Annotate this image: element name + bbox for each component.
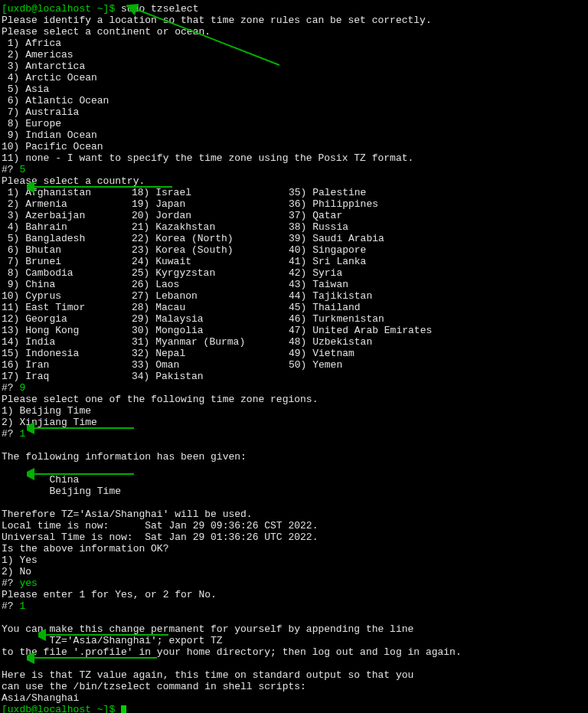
- list-item: 6) Bhutan: [2, 244, 132, 256]
- list-item: 11) East Timor: [2, 302, 132, 313]
- list-item: 42) Syria: [289, 267, 432, 279]
- list-item: 13) Hong Kong: [2, 325, 132, 336]
- list-item: 10) Pacific Ocean: [2, 141, 586, 152]
- list-item: 2) Americas: [2, 49, 586, 61]
- list-item: 44) Tajikistan: [289, 290, 432, 302]
- output-text: Therefore TZ='Asia/Shanghai' will be use…: [2, 509, 586, 520]
- list-item: 8) Europe: [2, 118, 586, 129]
- list-item: 46) Turkmenistan: [289, 313, 432, 325]
- list-item: 21) Kazakhstan: [132, 221, 289, 233]
- shell-prompt: [uxdb@localhost ~]$: [2, 704, 121, 713]
- list-item: 26) Laos: [132, 279, 289, 290]
- list-item: 3) Azerbaijan: [2, 210, 132, 221]
- input-prompt: #?: [2, 428, 19, 440]
- output-text: China: [2, 474, 586, 486]
- list-item: 1) Afghanistan: [2, 187, 132, 198]
- list-item: 24) Kuwait: [132, 256, 289, 267]
- list-item: 5) Bangladesh: [2, 233, 132, 244]
- output-text: The following information has been given…: [2, 451, 586, 463]
- list-item: 1) Africa: [2, 38, 586, 49]
- list-item: 16) Iran: [2, 359, 132, 371]
- output-text: to the file '.profile' in your home dire…: [2, 646, 586, 658]
- list-item: 4) Arctic Ocean: [2, 72, 586, 83]
- list-item: 34) Pakistan: [132, 371, 289, 382]
- list-item: 35) Palestine: [289, 187, 432, 198]
- list-item: 4) Bahrain: [2, 221, 132, 233]
- output-text: Here is that TZ value again, this time o…: [2, 669, 586, 681]
- command-text: sudo tzselect: [121, 3, 198, 15]
- output-text: Please select a continent or ocean.: [2, 26, 586, 38]
- list-item: 7) Australia: [2, 106, 586, 118]
- list-item: 6) Atlantic Ocean: [2, 95, 586, 106]
- list-item: 22) Korea (North): [132, 233, 289, 244]
- output-text: Please identify a location so that time …: [2, 15, 586, 26]
- list-item: 45) Thailand: [289, 302, 432, 313]
- list-item: 37) Qatar: [289, 210, 432, 221]
- list-item: 27) Lebanon: [132, 290, 289, 302]
- list-item: 47) United Arab Emirates: [289, 325, 432, 336]
- input-prompt: #?: [2, 382, 19, 394]
- list-item: 3) Antarctica: [2, 61, 586, 72]
- list-item: 31) Myanmar (Burma): [132, 336, 289, 348]
- list-item: 9) Indian Ocean: [2, 129, 586, 141]
- list-item: 19) Japan: [132, 198, 289, 210]
- list-item: 38) Russia: [289, 221, 432, 233]
- output-text: Universal Time is now: Sat Jan 29 01:36:…: [2, 531, 586, 543]
- output-text: Asia/Shanghai: [2, 692, 586, 704]
- list-item: 23) Korea (South): [132, 244, 289, 256]
- list-item: 18) Israel: [132, 187, 289, 198]
- list-item: 32) Nepal: [132, 348, 289, 359]
- list-item: 36) Philippines: [289, 198, 432, 210]
- output-text: Please enter 1 for Yes, or 2 for No.: [2, 589, 586, 600]
- list-item: 7) Brunei: [2, 256, 132, 267]
- list-item: 20) Jordan: [132, 210, 289, 221]
- output-text: can use the /bin/tzselect command in she…: [2, 681, 586, 692]
- list-item: 10) Cyprus: [2, 290, 132, 302]
- list-item: 28) Macau: [132, 302, 289, 313]
- list-item: 1) Yes: [2, 554, 586, 566]
- list-item: 40) Singapore: [289, 244, 432, 256]
- list-item: 1) Beijing Time: [2, 405, 586, 417]
- output-text: TZ='Asia/Shanghai'; export TZ: [2, 635, 586, 646]
- list-item: 48) Uzbekistan: [289, 336, 432, 348]
- output-text: Local time is now: Sat Jan 29 09:36:26 C…: [2, 520, 586, 531]
- list-item: 41) Sri Lanka: [289, 256, 432, 267]
- user-input: yes: [19, 577, 37, 589]
- list-item: 9) China: [2, 279, 132, 290]
- user-input: 9: [19, 382, 25, 394]
- list-item: 33) Oman: [132, 359, 289, 371]
- list-item: 12) Georgia: [2, 313, 132, 325]
- list-item: 43) Taiwan: [289, 279, 432, 290]
- input-prompt: #?: [2, 600, 19, 612]
- output-text: Please select a country.: [2, 175, 586, 187]
- user-input: 1: [19, 428, 25, 440]
- output-text: Is the above information OK?: [2, 543, 586, 554]
- list-item: 2) No: [2, 566, 586, 577]
- list-item: 39) Saudi Arabia: [289, 233, 432, 244]
- list-item: 14) India: [2, 336, 132, 348]
- terminal-cursor: [121, 705, 126, 713]
- user-input: 1: [19, 600, 25, 612]
- list-item: 17) Iraq: [2, 371, 132, 382]
- list-item: 8) Cambodia: [2, 267, 132, 279]
- list-item: 29) Malaysia: [132, 313, 289, 325]
- input-prompt: #?: [2, 164, 19, 175]
- terminal-output[interactable]: [uxdb@localhost ~]$ sudo tzselect Please…: [2, 3, 586, 713]
- list-item: 5) Asia: [2, 83, 586, 95]
- list-item: 50) Yemen: [289, 359, 432, 371]
- user-input: 5: [19, 164, 25, 175]
- list-item: 15) Indonesia: [2, 348, 132, 359]
- list-item: 30) Mongolia: [132, 325, 289, 336]
- output-text: Beijing Time: [2, 486, 586, 497]
- output-text: Please select one of the following time …: [2, 394, 586, 405]
- shell-prompt: [uxdb@localhost ~]$: [2, 3, 121, 15]
- list-item: 2) Xinjiang Time: [2, 417, 586, 428]
- input-prompt: #?: [2, 577, 19, 589]
- list-item: 25) Kyrgyzstan: [132, 267, 289, 279]
- output-text: You can make this change permanent for y…: [2, 623, 586, 635]
- list-item: 2) Armenia: [2, 198, 132, 210]
- list-item: 49) Vietnam: [289, 348, 432, 359]
- list-item: 11) none - I want to specify the time zo…: [2, 152, 586, 164]
